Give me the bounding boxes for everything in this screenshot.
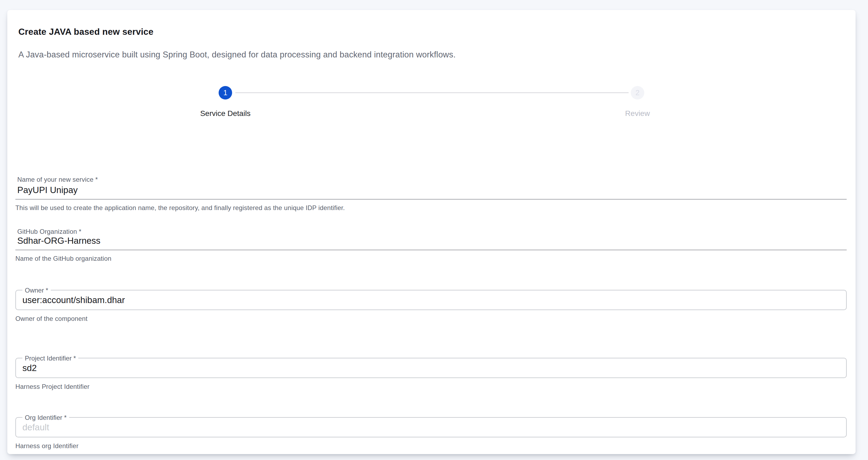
step-1-indicator: 1 [219,86,232,99]
stepper-connector [235,93,629,93]
project-identifier-input[interactable] [16,358,846,377]
service-name-label: Name of your new service * [17,176,98,183]
page-title: Create JAVA based new service [18,27,153,37]
step-1-number: 1 [223,89,227,97]
project-identifier-label: Project Identifier * [22,355,78,362]
owner-label: Owner * [22,287,51,294]
step-2-indicator: 2 [631,86,644,99]
owner-helper: Owner of the component [16,315,88,323]
org-identifier-label: Org Identifier * [22,414,69,421]
github-org-helper: Name of the GitHub organization [16,255,112,262]
page-subtitle: A Java-based microservice built using Sp… [18,50,456,60]
service-name-helper: This will be used to create the applicat… [16,204,345,212]
github-org-input[interactable] [16,233,847,250]
org-identifier-helper: Harness org Identifier [16,442,79,450]
owner-field: Owner * [16,290,847,310]
owner-input[interactable] [16,290,846,309]
step-2-label: Review [625,109,650,118]
project-identifier-field: Project Identifier * [16,358,847,378]
org-identifier-field: Org Identifier * [16,417,847,437]
service-name-input[interactable] [16,183,847,200]
project-identifier-helper: Harness Project Identifier [16,383,90,390]
org-identifier-input[interactable] [16,418,846,437]
step-2-number: 2 [636,89,640,97]
step-1-label: Service Details [200,109,251,118]
create-service-card: Create JAVA based new service A Java-bas… [7,10,856,454]
